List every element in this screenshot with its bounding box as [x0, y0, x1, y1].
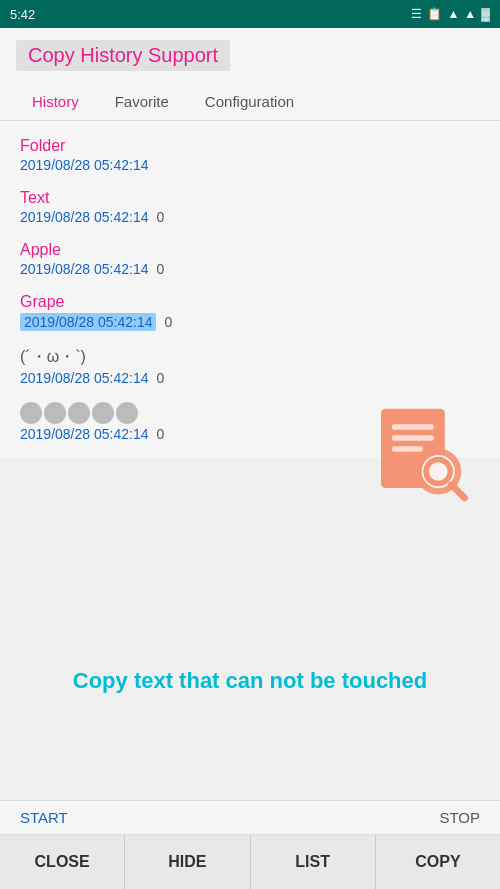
item-meta: 2019/08/28 05:42:14 0 [20, 209, 480, 225]
item-date: 2019/08/28 05:42:14 [20, 261, 148, 277]
item-meta: 2019/08/28 05:42:14 0 [20, 313, 480, 331]
list-item[interactable]: (´・ω・`) 2019/08/28 05:42:14 0 [20, 339, 480, 394]
tab-favorite[interactable]: Favorite [99, 83, 185, 120]
item-date: 2019/08/28 05:42:14 [20, 426, 148, 442]
item-label: Apple [20, 241, 480, 259]
wifi-icon: ▲ [447, 7, 459, 21]
start-label: START [20, 809, 68, 826]
item-label: Folder [20, 137, 480, 155]
start-stop-bar: START STOP [0, 800, 500, 834]
list-item[interactable]: Text 2019/08/28 05:42:14 0 [20, 181, 480, 233]
stop-label: STOP [439, 809, 480, 826]
item-label: Text [20, 189, 480, 207]
doc-search-icon-area [370, 400, 480, 514]
svg-line-6 [451, 485, 464, 498]
list-item[interactable]: Apple 2019/08/28 05:42:14 0 [20, 233, 480, 285]
svg-rect-2 [392, 435, 434, 441]
circle-3 [68, 402, 90, 424]
status-time: 5:42 [10, 7, 35, 22]
copy-button[interactable]: COPY [376, 835, 500, 889]
close-button[interactable]: CLOSE [0, 835, 125, 889]
action-buttons-row: CLOSE HIDE LIST COPY [0, 834, 500, 889]
item-count: 0 [156, 370, 164, 386]
doc-search-icon [370, 400, 480, 510]
item-count: 0 [156, 261, 164, 277]
circle-2 [44, 402, 66, 424]
svg-rect-3 [392, 446, 423, 452]
bottom-controls: START STOP CLOSE HIDE LIST COPY [0, 800, 500, 889]
item-date: 2019/08/28 05:42:14 [20, 370, 148, 386]
circle-4 [92, 402, 114, 424]
list-button[interactable]: LIST [251, 835, 376, 889]
item-label: (´・ω・`) [20, 347, 480, 368]
circle-1 [20, 402, 42, 424]
status-bar: 5:42 ☰ 📋 ▲ ▲ ▓ [0, 0, 500, 28]
clipboard-icon: 📋 [427, 7, 442, 21]
promo-text: Copy text that can not be touched [0, 668, 500, 694]
status-icons: ☰ 📋 ▲ ▲ ▓ [411, 7, 490, 21]
list-item-selected[interactable]: Grape 2019/08/28 05:42:14 0 [20, 285, 480, 339]
item-meta: 2019/08/28 05:42:14 0 [20, 261, 480, 277]
battery-icon: ▓ [481, 7, 490, 21]
item-meta: 2019/08/28 05:42:14 [20, 157, 480, 173]
app-title: Copy History Support [16, 40, 230, 71]
signal-icon: ▲ [464, 7, 476, 21]
list-item[interactable]: Folder 2019/08/28 05:42:14 [20, 129, 480, 181]
item-count: 0 [164, 314, 172, 330]
item-label: Grape [20, 293, 480, 311]
item-count: 0 [156, 426, 164, 442]
item-meta: 2019/08/28 05:42:14 0 [20, 370, 480, 386]
item-count: 0 [156, 209, 164, 225]
tab-configuration[interactable]: Configuration [189, 83, 310, 120]
menu-icon: ☰ [411, 7, 422, 21]
svg-rect-1 [392, 424, 434, 430]
tab-history[interactable]: History [16, 83, 95, 120]
item-date: 2019/08/28 05:42:14 [20, 209, 148, 225]
app-header: Copy History Support [0, 28, 500, 83]
item-date: 2019/08/28 05:42:14 [20, 157, 148, 173]
item-date: 2019/08/28 05:42:14 [20, 313, 156, 331]
hide-button[interactable]: HIDE [125, 835, 250, 889]
circle-5 [116, 402, 138, 424]
tabs-bar: History Favorite Configuration [0, 83, 500, 121]
